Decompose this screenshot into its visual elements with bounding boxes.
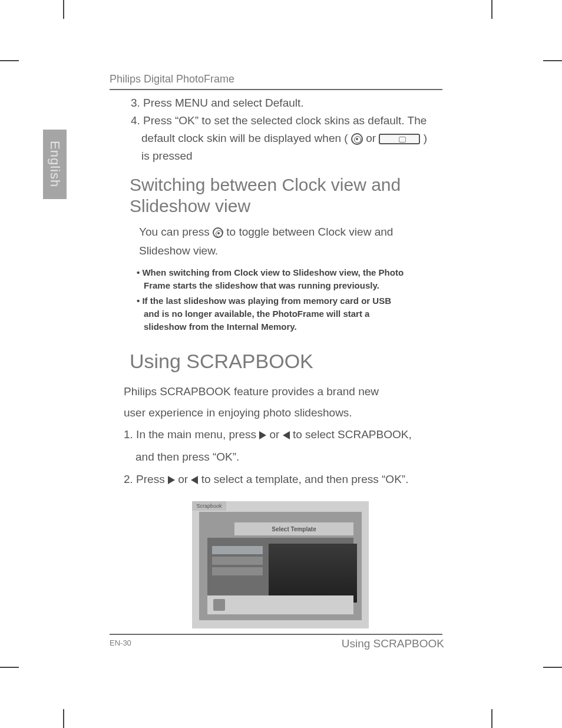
scrap-intro-2: user experience in enjoying photo slides… — [124, 402, 451, 423]
right-arrow-icon — [259, 431, 266, 439]
text: default clock skin will be displayed whe… — [141, 132, 348, 144]
crop-mark — [0, 60, 19, 61]
screenshot-menu — [212, 546, 263, 578]
toggle-para-line1: You can press to toggle between Clock vi… — [139, 223, 451, 241]
text: to toggle between Clock view and — [226, 226, 393, 238]
text: or — [270, 428, 283, 441]
left-arrow-icon — [283, 431, 290, 439]
header-rule — [110, 89, 442, 90]
text: • If the last slideshow was playing from… — [137, 296, 391, 306]
crop-mark — [491, 709, 492, 728]
text: 1. In the main menu, press — [124, 428, 259, 441]
crop-mark — [543, 667, 562, 668]
step-4-line1: 4. Press “OK” to set the selected clock … — [131, 112, 451, 130]
page-header: Philips Digital PhotoFrame — [110, 73, 442, 90]
toggle-button-icon — [213, 227, 223, 238]
crop-mark — [0, 667, 19, 668]
screenshot-tab: Scrapbook — [192, 501, 226, 511]
text: ) — [424, 132, 427, 144]
menu-item — [212, 546, 263, 554]
crop-mark — [63, 709, 64, 728]
section-heading-scrapbook: Using SCRAPBOOK — [130, 350, 451, 373]
step-4-line3: is pressed — [131, 147, 451, 165]
manual-page: English Philips Digital PhotoFrame 3. Pr… — [0, 0, 562, 728]
crop-mark — [543, 60, 562, 61]
screenshot-frame: Select Template — [199, 512, 362, 620]
screenshot-title: Select Template — [234, 522, 353, 535]
scrap-step-2: 2. Press or to select a template, and th… — [124, 468, 451, 491]
text: to select a template, and then press “OK… — [201, 473, 409, 485]
text: You can press — [139, 226, 213, 238]
text: slideshow from the Internal Memory. — [137, 320, 451, 333]
menu-item — [212, 557, 263, 565]
section-heading-switching: Switching between Clock view and Slidesh… — [130, 174, 451, 217]
footer-section: Using SCRAPBOOK — [342, 637, 444, 650]
scrapbook-screenshot: Scrapbook Select Template — [192, 501, 369, 628]
scrap-step-1-line1: 1. In the main menu, press or to select … — [124, 423, 451, 446]
crop-mark — [491, 0, 492, 19]
text: Frame starts the slideshow that was runn… — [137, 279, 451, 292]
text: to select SCRAPBOOK, — [293, 428, 412, 441]
note-1: • When switching from Clock view to Slid… — [137, 266, 451, 292]
crop-mark — [63, 0, 64, 19]
language-label: English — [47, 141, 62, 187]
language-tab: English — [43, 130, 67, 199]
screenshot-icon — [213, 599, 225, 611]
step-4-line2: default clock skin will be displayed whe… — [131, 130, 451, 147]
text: or — [366, 132, 379, 144]
menu-item — [212, 567, 263, 575]
left-arrow-icon — [191, 476, 198, 484]
text: 2. Press — [124, 473, 168, 485]
scrap-step-1-line2: and then press “OK”. — [124, 446, 451, 468]
text: and is no longer available, the PhotoFra… — [137, 307, 451, 320]
toggle-button-icon — [351, 133, 363, 145]
product-name: Philips Digital PhotoFrame — [110, 73, 442, 89]
step-3: 3. Press MENU and select Default. — [131, 94, 451, 112]
scrap-intro-1: Philips SCRAPBOOK feature provides a bra… — [124, 381, 451, 402]
toggle-para-line2: Slideshow view. — [139, 241, 451, 260]
text: • When switching from Clock view to Slid… — [137, 267, 404, 277]
screenshot-bottom-bar — [207, 595, 353, 614]
right-arrow-icon — [168, 476, 175, 484]
text: or — [178, 473, 191, 485]
screenshot-photo — [269, 544, 357, 603]
page-number: EN-30 — [110, 638, 131, 647]
note-2: • If the last slideshow was playing from… — [137, 294, 451, 333]
device-button-icon — [379, 134, 420, 144]
footer-rule — [110, 634, 442, 635]
page-content: 3. Press MENU and select Default. 4. Pre… — [110, 94, 451, 628]
